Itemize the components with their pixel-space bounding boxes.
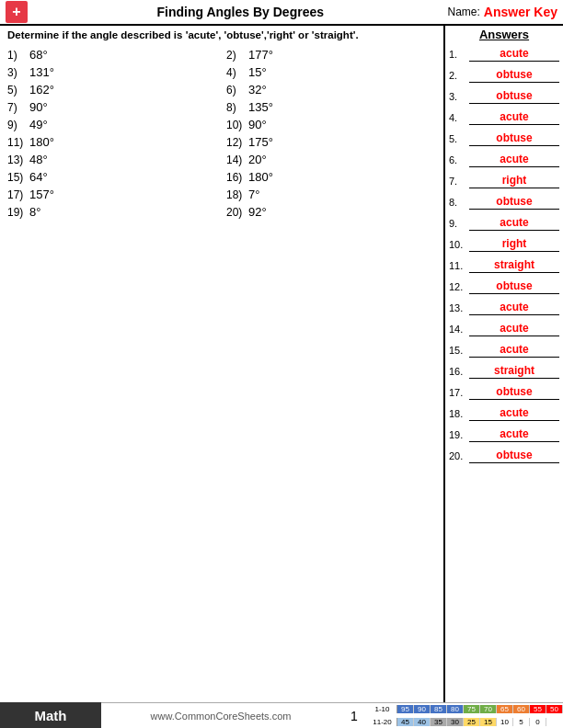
header: + Finding Angles By Degrees Name: Answer… [0,0,563,26]
scoring-cell: 50 [546,705,563,713]
answer-key-label: Answer Key [484,5,557,19]
question-number: 1) [7,49,29,62]
question-item: 1)68° [7,46,217,63]
question-item: 19)8° [7,203,217,221]
question-item: 14)20° [226,151,436,168]
svg-text:+: + [12,4,20,19]
answer-value: acute [469,110,559,125]
question-value: 20° [248,153,267,166]
question-item: 18)7° [226,186,436,203]
question-value: 180° [29,135,54,149]
question-value: 8° [29,205,40,219]
question-number: 13) [7,154,29,166]
answer-number: 10. [449,239,469,250]
question-item: 8)135° [226,98,436,116]
answer-item: 10.right [449,234,559,255]
answer-value: acute [469,47,559,62]
answer-value: right [469,174,559,188]
answer-item: 20.obtuse [449,446,559,466]
question-value: 15° [248,65,267,79]
answer-item: 12.obtuse [449,277,559,297]
scoring-cell: 40 [414,718,431,726]
answer-number: 20. [449,450,469,461]
footer-page-number: 1 [340,702,368,728]
answer-value: acute [469,153,559,167]
question-number: 19) [7,206,29,219]
answer-number: 12. [449,281,469,292]
answer-value: acute [469,322,559,336]
question-value: 131° [29,65,54,79]
scoring-cell: 45 [397,718,414,726]
right-panel: Answers 1.acute2.obtuse3.obtuse4.acute5.… [445,26,563,702]
scoring-cell: 35 [431,718,447,726]
scoring-cell: 85 [431,705,447,713]
answer-value: straight [469,364,559,379]
question-number: 7) [7,101,29,114]
header-title: Finding Angles By Degrees [33,5,448,19]
question-item: 4)15° [226,63,436,81]
answer-value: acute [469,301,559,315]
answer-item: 7.right [449,171,559,191]
question-number: 16) [226,171,248,184]
name-label: Name: [448,6,480,18]
answer-value: obtuse [469,89,559,104]
question-item: 16)180° [226,168,436,186]
answer-value: straight [469,258,559,273]
question-value: 90° [29,100,48,114]
question-number: 4) [226,66,248,79]
footer-math-box: Math [0,702,101,728]
answer-number: 6. [449,154,469,165]
answer-value: obtuse [469,131,559,146]
answer-number: 15. [449,345,469,356]
answer-value: obtuse [469,68,559,83]
scoring-cell: 55 [530,705,546,713]
answer-item: 13.acute [449,298,559,318]
scoring-cell: 60 [513,705,530,713]
question-number: 18) [226,188,248,201]
answer-item: 17.obtuse [449,382,559,403]
instructions: Determine if the angle described is 'acu… [7,29,436,40]
footer: Math www.CommonCoreSheets.com 1 1-109590… [0,702,563,728]
answer-number: 13. [449,302,469,313]
scoring-cell: 5 [513,718,530,726]
answer-item: 16.straight [449,361,559,381]
question-number: 6) [226,84,248,97]
answer-number: 1. [449,49,469,60]
main-content: Determine if the angle described is 'acu… [0,26,563,702]
scoring-label: 1-10 [368,705,397,713]
answer-number: 19. [449,429,469,440]
question-item: 13)48° [7,151,217,168]
question-item: 5)162° [7,81,217,98]
question-value: 90° [248,118,267,131]
answers-title: Answers [449,28,559,41]
question-item: 7)90° [7,98,217,116]
question-value: 175° [248,135,273,149]
answer-number: 11. [449,260,469,271]
question-number: 9) [7,119,29,131]
question-item: 2)177° [226,46,436,63]
question-value: 92° [248,205,267,219]
question-item: 3)131° [7,63,217,81]
answer-value: right [469,237,559,252]
scoring-cell: 10 [497,718,513,726]
answer-item: 18.acute [449,404,559,424]
scoring-cell: 80 [447,705,464,713]
footer-math-label: Math [35,708,67,723]
scoring-label: 11-20 [368,718,397,726]
answer-number: 3. [449,91,469,102]
footer-website: www.CommonCoreSheets.com [101,702,340,728]
answer-item: 2.obtuse [449,65,559,85]
scoring-cell: 25 [464,718,480,726]
answer-number: 18. [449,408,469,419]
answer-item: 5.obtuse [449,129,559,149]
scoring-row: 1-1095908580757065605550 [368,703,563,716]
answer-item: 14.acute [449,319,559,339]
scoring-cell: 65 [497,705,513,713]
answer-number: 2. [449,70,469,81]
question-number: 17) [7,188,29,201]
question-number: 14) [226,154,248,166]
scoring-cell: 90 [414,705,431,713]
question-item: 20)92° [226,203,436,221]
answer-value: obtuse [469,449,559,463]
question-number: 8) [226,101,248,114]
